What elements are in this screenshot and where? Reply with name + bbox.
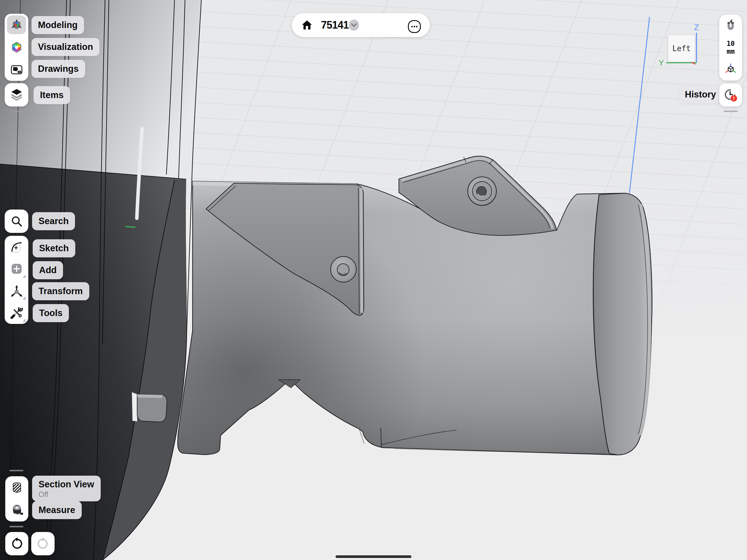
history-button[interactable]: ! [719, 83, 742, 106]
submenu-corner [23, 297, 26, 300]
search-panel [5, 209, 28, 233]
tab-visualization[interactable] [5, 36, 28, 58]
section-view-button[interactable] [5, 476, 28, 499]
more-options-button[interactable] [408, 20, 421, 33]
snap-magnet-icon[interactable] [724, 19, 737, 33]
tools-button[interactable] [5, 302, 28, 324]
share-button[interactable]: Share [368, 16, 399, 35]
label-visualization[interactable]: Visualization [31, 38, 100, 56]
measure-tape-icon [10, 503, 24, 517]
rail-divider [9, 470, 23, 471]
workspace-switcher-panel [5, 14, 28, 81]
axis-z-label: Z [694, 23, 699, 32]
rail-divider [724, 110, 738, 112]
rail-divider [9, 110, 23, 112]
snap-settings-panel: 10 mm [719, 15, 742, 80]
shapr3d-app-window: Z Y [0, 0, 747, 560]
label-history[interactable]: History [678, 85, 722, 104]
home-indicator[interactable] [336, 555, 411, 558]
viewport-3d[interactable]: Z Y [0, 0, 747, 560]
add-button[interactable] [5, 258, 28, 280]
label-modeling[interactable]: Modeling [31, 16, 84, 34]
view-cube[interactable]: Left [668, 34, 695, 62]
label-search[interactable]: Search [32, 212, 75, 230]
chevron-down-icon [351, 23, 357, 27]
items-panel [5, 83, 28, 106]
label-measure[interactable]: Measure [32, 501, 82, 519]
undo-button[interactable] [5, 532, 28, 555]
measure-button[interactable] [5, 499, 28, 521]
sketch-button[interactable] [5, 236, 28, 258]
add-plus-icon [10, 262, 24, 276]
drawing-sheet-icon [10, 63, 24, 77]
document-title: 75141 [321, 13, 349, 37]
items-button[interactable] [5, 83, 28, 106]
submenu-corner [23, 319, 26, 322]
label-drawings[interactable]: Drawings [31, 60, 85, 78]
section-view-state: Off [38, 491, 48, 498]
redo-icon [36, 537, 50, 551]
tools-panel [5, 236, 28, 324]
view-tools-panel [5, 476, 28, 521]
axis-y-label: Y [659, 59, 664, 68]
tools-icon [10, 306, 24, 320]
sketch-arc-icon [10, 240, 24, 254]
label-sketch[interactable]: Sketch [33, 239, 75, 257]
rail-divider [9, 526, 23, 527]
ellipsis-icon [411, 26, 417, 27]
label-items[interactable]: Items [33, 86, 70, 104]
svg-text:!: ! [733, 96, 735, 101]
search-icon [10, 214, 24, 228]
transform-button[interactable] [5, 280, 28, 302]
tab-modeling[interactable] [5, 14, 28, 36]
search-button[interactable] [5, 209, 28, 233]
label-transform[interactable]: Transform [32, 282, 89, 300]
grid-size-value[interactable]: 10 mm [727, 40, 735, 55]
tab-drawings[interactable] [5, 59, 28, 81]
history-clock-icon: ! [723, 87, 738, 103]
undo-icon [10, 537, 24, 551]
document-toolbar: 75141 Share [292, 13, 430, 37]
label-tools[interactable]: Tools [33, 304, 69, 322]
section-view-icon [10, 481, 24, 494]
layers-icon [10, 88, 24, 102]
home-icon[interactable] [302, 20, 312, 31]
title-menu-button[interactable] [349, 20, 359, 31]
redo-button[interactable] [31, 532, 55, 555]
color-wheel-icon [10, 40, 24, 54]
section-view-title: Section View [38, 479, 94, 490]
label-add[interactable]: Add [33, 261, 63, 279]
submenu-corner [23, 275, 26, 278]
transform-arrows-icon [10, 284, 24, 298]
axis-cube-icon[interactable] [724, 62, 737, 76]
label-section-view[interactable]: Section View Off [32, 476, 101, 501]
modeling-cube-icon [10, 18, 24, 32]
